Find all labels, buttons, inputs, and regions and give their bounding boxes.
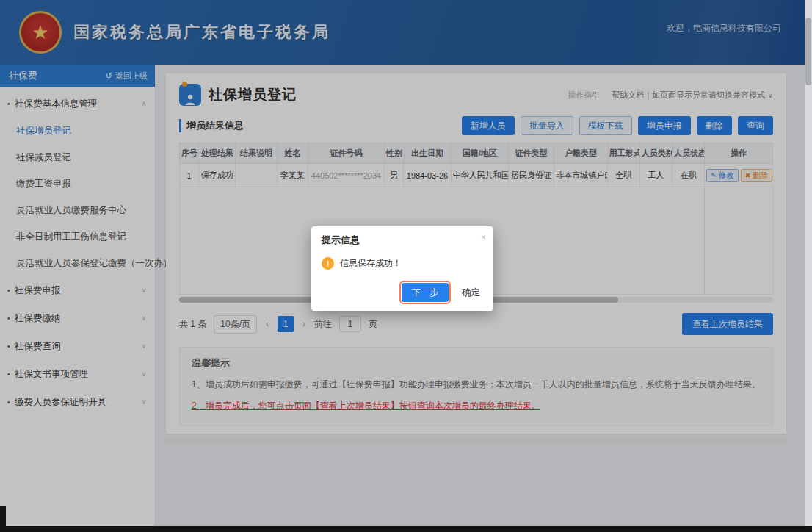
dialog-title: 提示信息 (311, 226, 493, 250)
next-step-button[interactable]: 下一步 (402, 283, 449, 302)
confirm-button[interactable]: 确定 (462, 287, 480, 299)
close-icon[interactable] (481, 232, 486, 242)
window-frame-corner (0, 506, 6, 532)
screen: ★ 国家税务总局广东省电子税务局 欢迎，电商信息科技有限公司 社保费 返回上级 … (0, 0, 812, 532)
prompt-dialog: 提示信息 信息保存成功！ 下一步 确定 (311, 226, 493, 311)
scrollbar-thumb[interactable] (805, 18, 811, 85)
window-frame-bottom (0, 526, 812, 532)
dialog-message: 信息保存成功！ (340, 257, 402, 270)
warning-icon (322, 257, 334, 270)
browser-vertical-scrollbar[interactable] (805, 0, 812, 526)
